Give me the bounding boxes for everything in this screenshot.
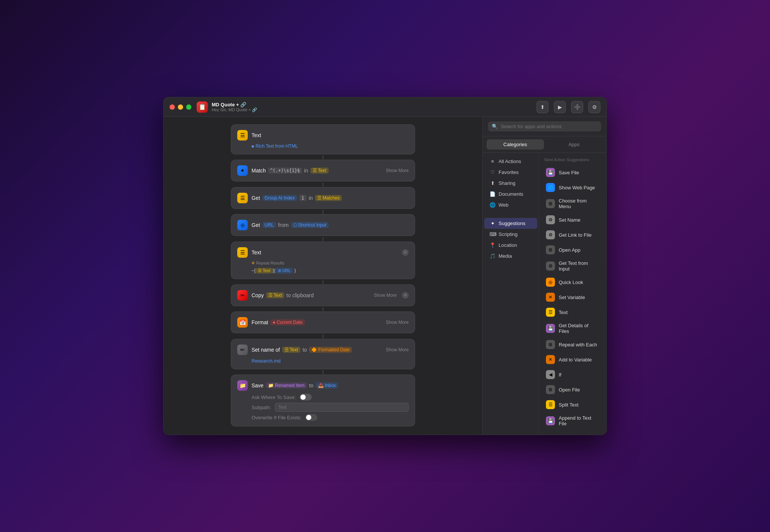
- suggestion-open-app[interactable]: ⊞ Open App: [541, 242, 605, 257]
- settings-button[interactable]: ⚙: [588, 101, 600, 113]
- suggestion-text[interactable]: ☰ Text: [541, 305, 605, 320]
- minimize-button[interactable]: [178, 104, 183, 110]
- suggestion-choose-from-menu[interactable]: ⊞ Choose from Menu: [541, 195, 605, 212]
- action-icon-get-url: ◎: [237, 220, 248, 230]
- suggestion-open-file[interactable]: ⊞ Open File: [541, 382, 605, 397]
- suggestion-if[interactable]: ◀ If: [541, 367, 605, 382]
- close-copy[interactable]: ✕: [402, 292, 409, 299]
- action-title-text2: Text: [252, 249, 397, 255]
- action-format: 📅 Format ● Current Date Show More: [231, 311, 415, 333]
- action-get-url: ◎ Get URL from ⬡ Shortcut Input: [231, 214, 415, 236]
- action-icon-copy: ✂: [237, 290, 248, 301]
- action-set-name: ✏ Set name of ☰ Text to 🔶 Formatted Date…: [231, 339, 415, 369]
- connector-7: [323, 334, 323, 338]
- cat-scripting[interactable]: ⌨ Scripting: [484, 229, 537, 240]
- web-icon: 🌐: [490, 202, 496, 208]
- titlebar-actions: ⬆ ▶ ➕ ⚙: [537, 101, 600, 113]
- close-button[interactable]: [170, 104, 175, 110]
- cat-location[interactable]: 📍 Location: [484, 240, 537, 251]
- text-label: Text: [559, 310, 568, 315]
- documents-icon: 📄: [490, 191, 496, 197]
- if-label: If: [559, 372, 561, 378]
- open-file-label: Open File: [559, 387, 580, 393]
- tab-categories[interactable]: Categories: [487, 139, 544, 150]
- cat-media[interactable]: 🎵 Media: [484, 251, 537, 261]
- action-body-save: Ask Where To Save: Subpath: Overwrite If…: [237, 394, 409, 421]
- show-more-copy[interactable]: Show More: [374, 293, 397, 298]
- suggestion-split-text[interactable]: ☰ Split Text: [541, 397, 605, 412]
- suggestion-add-to-variable[interactable]: ✕ Add to Variable: [541, 352, 605, 367]
- window-subtitle: Hey Siri, MD Quote + 🔗: [212, 107, 257, 112]
- suggestion-append-to-text-file[interactable]: 💾 Append to Text File: [541, 412, 605, 429]
- favorites-icon: ♡: [490, 169, 496, 175]
- suggestion-quick-look[interactable]: ◎ Quick Look: [541, 275, 605, 290]
- suggestion-get-text-from-input[interactable]: ⚙ Get Text from Input: [541, 257, 605, 275]
- overwrite-toggle[interactable]: [305, 414, 317, 421]
- toggle-knob: [300, 394, 306, 400]
- workflow-area: ☰ Text ■ Rich Text from HTML ✦: [164, 117, 482, 435]
- action-match: ✦ Match ^(.+)\s{1}$ in ☰ Text Show More: [231, 160, 415, 181]
- cat-documents[interactable]: 📄 Documents: [484, 189, 537, 200]
- show-more-format[interactable]: Show More: [386, 320, 409, 325]
- open-app-icon: ⊞: [546, 245, 555, 254]
- traffic-lights: [170, 104, 191, 110]
- action-save: 📁 Save 📁 Renamed Item to 📥 Inbox Ask Whe…: [231, 375, 415, 426]
- cat-web[interactable]: 🌐 Web: [484, 200, 537, 210]
- show-web-page-label: Show Web Page: [559, 185, 595, 190]
- set-variable-icon: ✕: [546, 293, 555, 302]
- suggestion-set-variable[interactable]: ✕ Set Variable: [541, 290, 605, 305]
- set-variable-label: Set Variable: [559, 295, 585, 300]
- set-name-icon: ⚙: [546, 215, 555, 224]
- share-button[interactable]: ⬆: [537, 101, 549, 113]
- action-title-text1: Text: [252, 132, 409, 138]
- action-title-setname: Set name of ☰ Text to 🔶 Formatted Date: [252, 347, 382, 353]
- action-header-format: 📅 Format ● Current Date Show More: [237, 317, 409, 328]
- subpath-label: Subpath:: [252, 405, 271, 410]
- action-title-format: Format ● Current Date: [252, 319, 382, 325]
- setname-extra: Research.md: [252, 358, 409, 364]
- suggestion-get-link-to-file[interactable]: ⚙ Get Link to File: [541, 227, 605, 242]
- suggestion-get-details-of-files[interactable]: 💾 Get Details of Files: [541, 320, 605, 337]
- get-text-label: Get Text from Input: [559, 260, 600, 272]
- show-more-setname[interactable]: Show More: [386, 347, 409, 352]
- subpath-input[interactable]: [275, 403, 409, 412]
- suggestion-set-name[interactable]: ⚙ Set Name: [541, 212, 605, 227]
- suggestion-save-file[interactable]: 💾 Save File: [541, 165, 605, 180]
- add-to-variable-icon: ✕: [546, 355, 555, 364]
- get-details-icon: 💾: [546, 324, 555, 333]
- cat-sharing[interactable]: ⬆ Sharing: [484, 178, 537, 189]
- get-text-icon: ⚙: [546, 261, 555, 271]
- show-more-match[interactable]: Show More: [386, 168, 409, 173]
- close-text2[interactable]: ✕: [402, 249, 409, 256]
- ask-where-toggle[interactable]: [300, 394, 312, 401]
- subpath-row: Subpath:: [252, 403, 409, 412]
- tab-apps[interactable]: Apps: [546, 139, 603, 150]
- action-header-get-group: ☰ Get Group At Index 1 in ☰ Matches: [237, 193, 409, 203]
- suggestion-repeat-with-each[interactable]: ⊞ Repeat with Each: [541, 337, 605, 352]
- cat-favorites[interactable]: ♡ Favorites: [484, 167, 537, 178]
- cat-all-actions[interactable]: ≡ All Actions: [484, 156, 537, 167]
- action-copy: ✂ Copy ☰ Text to clipboard Show More ✕: [231, 284, 415, 306]
- title-info: MD Quote + 🔗 Hey Siri, MD Quote + 🔗: [212, 102, 257, 112]
- action-icon-format: 📅: [237, 317, 248, 328]
- show-web-page-icon: 🌐: [546, 183, 555, 192]
- play-button[interactable]: ▶: [554, 101, 566, 113]
- spacer: [483, 210, 539, 218]
- action-title-get-url: Get URL from ⬡ Shortcut Input: [252, 222, 409, 228]
- maximize-button[interactable]: [186, 104, 191, 110]
- add-button[interactable]: ➕: [571, 101, 583, 113]
- action-body-text1: ■ Rich Text from HTML: [237, 144, 409, 149]
- cat-suggestions[interactable]: ✦ Suggestions: [484, 218, 537, 229]
- action-text-2: ☰ Text ✕ ⊕ Repeat Results –[☰ Text](⊕ UR…: [231, 242, 415, 279]
- action-header-match: ✦ Match ^(.+)\s{1}$ in ☰ Text Show More: [237, 165, 409, 176]
- action-header: ☰ Text: [237, 130, 409, 141]
- repeat-with-each-icon: ⊞: [546, 340, 555, 349]
- get-link-label: Get Link to File: [559, 232, 591, 238]
- save-file-label: Save File: [559, 170, 579, 175]
- action-header-copy: ✂ Copy ☰ Text to clipboard Show More ✕: [237, 290, 409, 301]
- suggestion-show-web-page[interactable]: 🌐 Show Web Page: [541, 180, 605, 195]
- action-icon-save: 📁: [237, 380, 248, 391]
- suggestions-header: Next Action Suggestions: [539, 156, 606, 165]
- action-header-save: 📁 Save 📁 Renamed Item to 📥 Inbox: [237, 380, 409, 391]
- search-input[interactable]: [501, 124, 597, 129]
